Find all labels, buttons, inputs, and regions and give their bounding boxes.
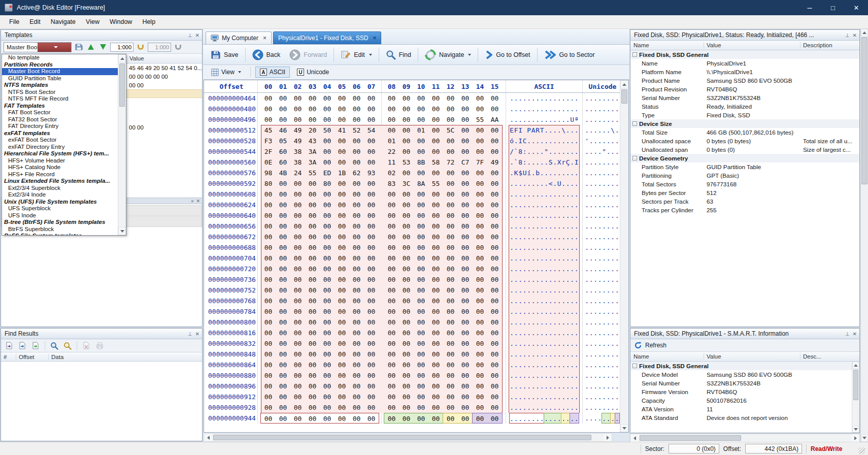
unicode-char[interactable]: .	[589, 242, 594, 253]
ascii-char[interactable]: .	[566, 360, 571, 370]
unicode-char[interactable]: .	[615, 306, 620, 317]
ascii-char[interactable]: .	[561, 264, 566, 274]
hex-byte[interactable]: 00	[261, 210, 276, 221]
hex-byte[interactable]: 00	[335, 210, 349, 221]
hex-byte[interactable]: 00	[290, 413, 305, 423]
unicode-char[interactable]: .	[615, 253, 620, 264]
ascii-char[interactable]: .	[518, 232, 523, 242]
ascii-char[interactable]: .	[544, 200, 549, 210]
hex-byte[interactable]: 00	[335, 370, 349, 381]
ascii-char[interactable]: .	[514, 264, 519, 274]
ascii-char[interactable]: .	[518, 392, 523, 402]
unicode-char[interactable]: .	[598, 349, 603, 360]
ascii-char[interactable]: .	[549, 146, 553, 157]
hex-byte[interactable]: 00	[384, 349, 399, 360]
ascii-char[interactable]: .	[570, 200, 575, 210]
hex-byte[interactable]: 00	[443, 264, 458, 274]
hex-row[interactable]: 0000000004640000000000000000000000000000…	[204, 93, 628, 104]
hex-byte[interactable]: 00	[305, 274, 320, 285]
hex-byte[interactable]: 00	[384, 370, 399, 381]
ascii-char[interactable]: .	[510, 349, 514, 360]
ascii-char[interactable]: .	[510, 317, 514, 328]
hex-byte[interactable]: 00	[458, 338, 473, 349]
save-template-button[interactable]	[74, 42, 84, 52]
hex-byte[interactable]: 00	[349, 392, 364, 402]
template-field-value[interactable]: 00 00 00 00 00	[126, 72, 202, 81]
ascii-char[interactable]: .	[544, 402, 549, 413]
ascii-char[interactable]: .	[527, 232, 531, 242]
hex-byte[interactable]: 00	[487, 360, 502, 370]
hex-byte[interactable]: 00	[443, 189, 458, 200]
ascii-char[interactable]: .	[549, 274, 553, 285]
refresh-label[interactable]: Refresh	[645, 342, 666, 349]
unicode-char[interactable]: .	[585, 317, 589, 328]
unicode-char[interactable]: .	[611, 381, 615, 392]
ascii-char[interactable]: ó	[510, 136, 514, 146]
unicode-char[interactable]: .	[598, 264, 603, 274]
property-row[interactable]: Partition StyleGUID Partition Table	[630, 162, 859, 171]
unicode-char[interactable]: .	[615, 210, 620, 221]
ascii-char[interactable]: .	[540, 146, 545, 157]
ascii-char[interactable]: .	[553, 317, 557, 328]
hex-byte[interactable]: 00	[399, 306, 414, 317]
hex-byte[interactable]: 00	[276, 296, 290, 306]
hex-byte[interactable]: 00	[458, 392, 473, 402]
unicode-char[interactable]: .	[585, 253, 589, 264]
hex-byte[interactable]: 00	[399, 200, 414, 210]
hex-row[interactable]: 0000000006080000000000000000000000000000…	[204, 189, 628, 200]
unicode-char[interactable]: .	[598, 114, 603, 125]
column-desc[interactable]: Desc...	[800, 353, 859, 360]
ascii-char[interactable]: .	[536, 200, 540, 210]
ascii-char[interactable]: "	[544, 146, 549, 157]
ascii-char[interactable]: .	[557, 317, 562, 328]
hex-byte[interactable]: 00	[320, 349, 335, 360]
hex-byte[interactable]: 00	[443, 349, 458, 360]
hex-byte[interactable]: 00	[305, 264, 320, 274]
hex-byte[interactable]: 00	[458, 360, 473, 370]
hex-row[interactable]: 000000000528F305494300000000010000000000…	[204, 136, 628, 146]
hex-byte[interactable]: 00	[443, 210, 458, 221]
unicode-char[interactable]: .	[615, 200, 620, 210]
unicode-char[interactable]: .	[602, 114, 607, 125]
hex-byte[interactable]: 00	[335, 402, 349, 413]
hex-byte[interactable]: 00	[384, 93, 399, 104]
template-item[interactable]: Ext2/3/4 Inode	[2, 191, 118, 199]
ascii-char[interactable]: .	[536, 189, 540, 200]
unicode-char[interactable]: .	[602, 136, 607, 146]
ascii-char[interactable]: /	[510, 146, 514, 157]
hex-byte[interactable]: 00	[473, 221, 487, 232]
ascii-char[interactable]: .	[575, 104, 579, 114]
ascii-char[interactable]: .	[557, 285, 562, 296]
ascii-char[interactable]: .	[514, 114, 519, 125]
ascii-char[interactable]: .	[566, 114, 571, 125]
hex-byte[interactable]: 00	[458, 104, 473, 114]
ascii-char[interactable]: .	[531, 306, 536, 317]
unicode-char[interactable]: .	[598, 136, 603, 146]
hex-byte[interactable]: 00	[276, 264, 290, 274]
ascii-char[interactable]: .	[566, 306, 571, 317]
hex-byte[interactable]: 00	[290, 285, 305, 296]
tab-physicaldrive1-fixed-disk-ssd[interactable]: PhysicalDrive1 - Fixed Disk, SSD×	[273, 31, 381, 44]
ascii-char[interactable]: .	[566, 370, 571, 381]
hex-byte[interactable]: 62	[349, 168, 364, 178]
unicode-char[interactable]: .	[589, 253, 594, 264]
ascii-char[interactable]: .	[570, 210, 575, 221]
ascii-char[interactable]: .	[527, 136, 531, 146]
ascii-char[interactable]: $	[518, 168, 523, 178]
hex-row[interactable]: 0000000008480000000000000000000000000000…	[204, 349, 628, 360]
unicode-char[interactable]: .	[593, 189, 598, 200]
hex-byte[interactable]: 00	[349, 370, 364, 381]
ascii-char[interactable]: .	[531, 296, 536, 306]
hex-byte[interactable]: 00	[305, 370, 320, 381]
ascii-char[interactable]: .	[575, 253, 579, 264]
hex-byte[interactable]: 01	[414, 125, 428, 136]
unicode-char[interactable]: .	[607, 200, 611, 210]
hex-byte[interactable]: 00	[428, 306, 443, 317]
ascii-char[interactable]: .	[570, 146, 575, 157]
unicode-char[interactable]: .	[598, 381, 603, 392]
hex-byte[interactable]: 00	[276, 285, 290, 296]
hex-byte[interactable]: 00	[443, 178, 458, 189]
ascii-char[interactable]: .	[523, 242, 527, 253]
ascii-char[interactable]: .	[523, 264, 527, 274]
template-item[interactable]: HFS+ Volume Header	[2, 157, 118, 165]
